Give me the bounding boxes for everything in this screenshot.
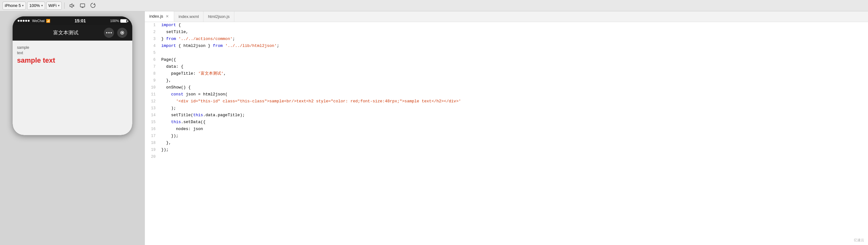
line-content: this.setData({ [160, 119, 868, 126]
tab-label-html2json-js: html2json.js [208, 14, 229, 19]
line-number: 19 [145, 147, 160, 153]
toolbar: iPhone 5 ▾ 100% ▾ WiFi ▾ [0, 0, 868, 11]
line-content: nodes: json [160, 126, 868, 132]
device-selector[interactable]: iPhone 5 ▾ [2, 2, 26, 10]
carrier-label: WeChat [32, 19, 45, 23]
tab-index-js[interactable]: index.js ✕ [145, 11, 174, 22]
rotate-button[interactable] [89, 2, 98, 10]
line-number: 18 [145, 140, 160, 146]
line-number: 11 [145, 91, 160, 98]
line-number: 7 [145, 64, 160, 70]
code-line: 20 [145, 154, 868, 161]
code-line: 13 ); [145, 105, 868, 112]
status-right: 100% [110, 19, 127, 23]
tab-bar: index.js ✕ index.wxml html2json.js [145, 11, 868, 22]
line-number: 4 [145, 43, 160, 49]
tab-close-index-js[interactable]: ✕ [165, 14, 169, 19]
line-content: setTitle, [160, 29, 868, 36]
sample-text-red: sample text [17, 56, 128, 65]
network-chevron: ▾ [58, 4, 60, 7]
line-content: Page({ [160, 57, 868, 63]
editor-panel: index.js ✕ index.wxml html2json.js 1impo… [145, 11, 868, 245]
tab-html2json-js[interactable]: html2json.js [204, 11, 234, 22]
nav-icons [104, 28, 127, 38]
battery-icon [120, 19, 127, 23]
line-content: setTitle(this.data.pageTitle); [160, 112, 868, 119]
phone-nav-bar: 富文本测试 [12, 25, 132, 41]
signal-dot-4 [25, 20, 27, 22]
tab-label-index-js: index.js [149, 14, 163, 19]
phone-panel: WeChat 📶 15:01 100% 富文本测试 [0, 11, 145, 245]
code-line: 1import { [145, 22, 868, 29]
code-line: 15 this.setData({ [145, 119, 868, 126]
line-content: pageTitle: '富文本测试', [160, 70, 868, 77]
signal-dots [18, 20, 30, 22]
code-line: 4import { html2json } from '../../lib/ht… [145, 43, 868, 50]
signal-dot-3 [23, 20, 25, 22]
zoom-label: 100% [29, 3, 40, 8]
phone-content: sample text sample text [12, 41, 132, 135]
line-number: 17 [145, 133, 160, 139]
code-area[interactable]: 1import {2 setTitle,3} from '../../actio… [145, 22, 868, 245]
device-chevron: ▾ [22, 4, 24, 7]
sample-text-small: sample text [17, 45, 128, 56]
line-content: import { [160, 22, 868, 29]
tab-label-index-wxml: index.wxml [179, 14, 199, 19]
line-content: }); [160, 133, 868, 140]
device-label: iPhone 5 [5, 3, 21, 8]
code-line: 3} from '../../actions/common'; [145, 36, 868, 43]
line-number: 14 [145, 112, 160, 118]
battery-pct: 100% [110, 19, 119, 23]
tab-index-wxml[interactable]: index.wxml [174, 11, 204, 22]
signal-dot-2 [20, 20, 22, 22]
line-content: }, [160, 78, 868, 84]
code-line: 5 [145, 50, 868, 57]
line-content: ); [160, 105, 868, 112]
code-line: 14 setTitle(this.data.pageTitle); [145, 112, 868, 119]
zoom-selector[interactable]: 100% ▾ [27, 2, 45, 10]
line-number: 8 [145, 70, 160, 77]
code-line: 9 }, [145, 78, 868, 84]
nav-record-button[interactable] [117, 28, 127, 38]
code-line: 6Page({ [145, 57, 868, 64]
code-line: 16 nodes: json [145, 126, 868, 133]
code-line: 10 onShow() { [145, 84, 868, 91]
line-number: 3 [145, 36, 160, 42]
wifi-icon: 📶 [46, 19, 51, 23]
nav-more-button[interactable] [104, 28, 114, 38]
line-content: import { html2json } from '../../lib/htm… [160, 43, 868, 50]
status-time: 15:01 [75, 18, 86, 23]
line-number: 1 [145, 22, 160, 28]
line-number: 10 [145, 84, 160, 91]
line-content: onShow() { [160, 84, 868, 91]
phone-frame: WeChat 📶 15:01 100% 富文本测试 [12, 17, 132, 135]
mute-button[interactable] [67, 2, 76, 10]
divider-1 [64, 2, 65, 9]
watermark: 亿速云 [854, 238, 864, 243]
code-line: 2 setTitle, [145, 29, 868, 36]
more-dots [106, 32, 112, 33]
line-number: 6 [145, 57, 160, 63]
screen-button[interactable] [78, 2, 87, 10]
line-content: }, [160, 140, 868, 147]
network-selector[interactable]: WiFi ▾ [46, 2, 62, 10]
line-number: 13 [145, 105, 160, 112]
main-layout: WeChat 📶 15:01 100% 富文本测试 [0, 11, 868, 245]
code-line: 17 }); [145, 133, 868, 140]
battery-fill [121, 20, 126, 22]
svg-point-5 [122, 32, 123, 34]
code-line: 19}); [145, 147, 868, 154]
code-line: 12 '<div id="this-id" class="this-class"… [145, 98, 868, 105]
zoom-chevron: ▾ [41, 4, 43, 7]
line-content: } from '../../actions/common'; [160, 36, 868, 42]
status-left: WeChat 📶 [18, 19, 51, 23]
signal-dot-1 [18, 20, 20, 22]
line-number: 20 [145, 154, 160, 160]
line-content: const json = html2json( [160, 91, 868, 98]
code-line: 11 const json = html2json( [145, 91, 868, 98]
line-content: data: { [160, 64, 868, 70]
phone-status-bar: WeChat 📶 15:01 100% [12, 17, 132, 25]
line-number: 15 [145, 119, 160, 125]
svg-rect-2 [80, 4, 85, 7]
line-number: 12 [145, 98, 160, 104]
